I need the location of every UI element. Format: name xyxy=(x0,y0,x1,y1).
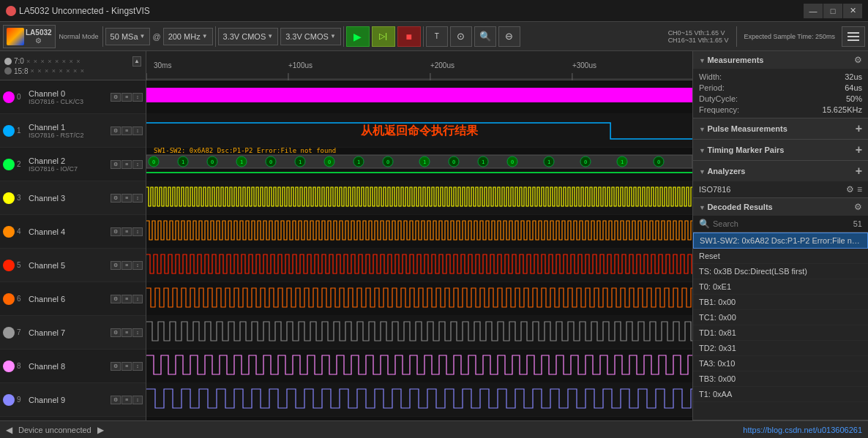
zoom-in-button[interactable]: 🔍 xyxy=(474,26,496,47)
toolbar-sep1 xyxy=(102,26,103,47)
ch6-ctrl1[interactable]: ≡ xyxy=(121,295,132,303)
zoom-out-button[interactable]: ⊖ xyxy=(498,26,520,47)
width-val: 32us xyxy=(845,72,862,81)
maximize-button[interactable]: □ xyxy=(823,4,842,18)
ch7-gear[interactable]: ⚙ xyxy=(111,328,121,337)
ch8-gear[interactable]: ⚙ xyxy=(111,362,121,371)
decoded-item-3[interactable]: T0: 0xE1 xyxy=(693,279,868,295)
stop-button[interactable]: ■ xyxy=(397,26,421,47)
device-gear-icon[interactable]: ⚙ xyxy=(26,37,52,45)
play-button[interactable]: ▶ xyxy=(346,26,370,47)
channel-row-2: 2 Channel 2 ISO7816 - IO/C7 ⚙ ≡ ↕ xyxy=(0,148,146,181)
ch2-gear[interactable]: ⚙ xyxy=(111,160,121,169)
ch0-ctrl1[interactable]: ≡ xyxy=(121,93,132,102)
ch5-ctrl1[interactable]: ≡ xyxy=(121,261,132,270)
timing-add-icon[interactable]: + xyxy=(856,143,862,156)
pulse-title: ▼ Pulse Measurements xyxy=(699,124,787,133)
ch3-ctrl2[interactable]: ↕ xyxy=(132,194,143,203)
ch8-ctrl2[interactable]: ↕ xyxy=(132,362,143,371)
channel-row-10: 10 Channel 10 ⚙ ≡ ↕ xyxy=(0,417,146,420)
timing-markers-section: ▼ Timing Marker Pairs + xyxy=(693,140,868,161)
ch9-gear[interactable]: ⚙ xyxy=(111,396,121,404)
measurements-title: ▼ Measurements xyxy=(699,56,763,64)
width-label: Width: xyxy=(699,72,722,81)
analyzer-iso7816[interactable]: ISO7816 xyxy=(699,185,730,194)
freq-label: Frequency: xyxy=(699,105,739,114)
logo: LA5032 ⚙ xyxy=(3,25,56,48)
analyzer-gear-icon[interactable]: ⚙ xyxy=(846,184,854,195)
ch7-ctrl1[interactable]: ≡ xyxy=(121,328,132,337)
ch4-gear[interactable]: ⚙ xyxy=(111,227,121,236)
decoded-results-gear-icon[interactable]: ⚙ xyxy=(854,202,862,212)
decoded-item-6[interactable]: TD1: 0x81 xyxy=(693,325,868,341)
ch1-ctrl2[interactable]: ↕ xyxy=(132,127,143,135)
expected-sample: Expected Sample Time: 250ms xyxy=(744,33,835,40)
toolbar-sep5 xyxy=(736,26,737,47)
pulse-add-icon[interactable]: + xyxy=(856,122,862,135)
ch8-ctrl1[interactable]: ≡ xyxy=(121,362,132,371)
ch6-ctrl2[interactable]: ↕ xyxy=(132,295,143,303)
decoded-item-2[interactable]: TS: 0x3B Dsc:Direct(LSB first) xyxy=(693,264,868,279)
ch1-gear[interactable]: ⚙ xyxy=(111,127,121,135)
decoded-search-input[interactable] xyxy=(713,219,850,228)
channel-row-7: 7 Channel 7 ⚙ ≡ ↕ xyxy=(0,316,146,350)
ch7-ctrl2[interactable]: ↕ xyxy=(132,328,143,337)
search-icon: 🔍 xyxy=(699,219,710,229)
menu-button[interactable] xyxy=(842,26,865,47)
decoded-item-9[interactable]: TB3: 0x00 xyxy=(693,371,868,387)
decoded-item-0[interactable]: SW1-SW2: 0x6A82 Dsc:P1-P2 Error:File not… xyxy=(693,233,868,249)
ch5-ctrl2[interactable]: ↕ xyxy=(132,261,143,270)
channel-row-1: 1 Channel 1 ISO7816 - RST/C2 ⚙ ≡ ↕ xyxy=(0,114,146,148)
channel-bit-header: 7:0 × × × × × × × × ▲ 15:8 × × × × × × ×… xyxy=(0,51,146,80)
ch2-ctrl1[interactable]: ≡ xyxy=(121,160,132,169)
period-val: 64us xyxy=(845,83,862,92)
minimize-button[interactable]: — xyxy=(804,4,823,18)
scroll-right-arrow[interactable]: ▶ xyxy=(97,425,104,435)
decoded-item-4[interactable]: TB1: 0x00 xyxy=(693,295,868,310)
analyzers-add-icon[interactable]: + xyxy=(856,165,862,178)
ch9-ctrl1[interactable]: ≡ xyxy=(121,396,132,404)
ch1-ctrl1[interactable]: ≡ xyxy=(121,127,132,135)
time-ruler: 30ms +100us +200us +300us xyxy=(146,51,692,80)
channel-row-5: 5 Channel 5 ⚙ ≡ ↕ xyxy=(0,249,146,282)
voltage2-dropdown[interactable]: 3.3V CMOS ▼ xyxy=(280,28,341,45)
scroll-up-button[interactable]: ▲ xyxy=(132,56,141,67)
scroll-left-arrow[interactable]: ◀ xyxy=(6,425,12,435)
decoded-item-1[interactable]: Reset xyxy=(693,249,868,264)
decoded-items-list: SW1-SW2: 0x6A82 Dsc:P1-P2 Error:File not… xyxy=(693,233,868,420)
toolbar-sep4 xyxy=(423,26,424,47)
analyzers-section: ▼ Analyzers + ISO7816 ⚙ ≡ xyxy=(693,161,868,198)
frequency-dropdown[interactable]: 200 MHz ▼ xyxy=(163,28,213,45)
decoded-item-7[interactable]: TD2: 0x31 xyxy=(693,341,868,356)
channel-row-6: 6 Channel 6 ⚙ ≡ ↕ xyxy=(0,282,146,316)
ch0-gear[interactable]: ⚙ xyxy=(111,93,121,102)
ch4-ctrl1[interactable]: ≡ xyxy=(121,227,132,236)
decoded-item-10[interactable]: T1: 0xAA xyxy=(693,387,868,402)
channel-row-9: 9 Channel 9 ⚙ ≡ ↕ xyxy=(0,383,146,417)
ch0-ctrl2[interactable]: ↕ xyxy=(132,93,143,102)
decoded-item-8[interactable]: TA3: 0x10 xyxy=(693,356,868,371)
measurements-gear-icon[interactable]: ⚙ xyxy=(854,55,862,65)
ch9-ctrl2[interactable]: ↕ xyxy=(132,396,143,404)
text-mode-button[interactable]: T xyxy=(426,26,448,47)
freq-val: 15.625KHz xyxy=(823,105,862,114)
ch5-gear[interactable]: ⚙ xyxy=(111,261,121,270)
close-button[interactable]: ✕ xyxy=(843,4,862,18)
ch4-ctrl2[interactable]: ↕ xyxy=(132,227,143,236)
period-label: Period: xyxy=(699,83,725,92)
toolbar-sep3 xyxy=(343,26,344,47)
voltage1-dropdown[interactable]: 3.3V CMOS ▼ xyxy=(218,28,279,45)
analyzers-title: ▼ Analyzers xyxy=(699,167,745,175)
analyzer-more-icon[interactable]: ≡ xyxy=(857,184,862,195)
duty-val: 50% xyxy=(846,94,862,103)
sample-rate-dropdown[interactable]: 50 MSa ▼ xyxy=(105,28,151,45)
device-name-label: LA5032 xyxy=(26,29,52,37)
ch6-gear[interactable]: ⚙ xyxy=(111,295,121,303)
ch3-ctrl1[interactable]: ≡ xyxy=(121,194,132,203)
step-button[interactable]: ▷| xyxy=(372,26,395,47)
status-url[interactable]: https://blog.csdn.net/u013606261 xyxy=(743,426,862,434)
ch2-ctrl2[interactable]: ↕ xyxy=(132,160,143,169)
ch3-gear[interactable]: ⚙ xyxy=(111,194,121,203)
decoded-item-5[interactable]: TC1: 0x00 xyxy=(693,310,868,325)
zoom-fit-button[interactable]: ⊙ xyxy=(450,26,472,47)
